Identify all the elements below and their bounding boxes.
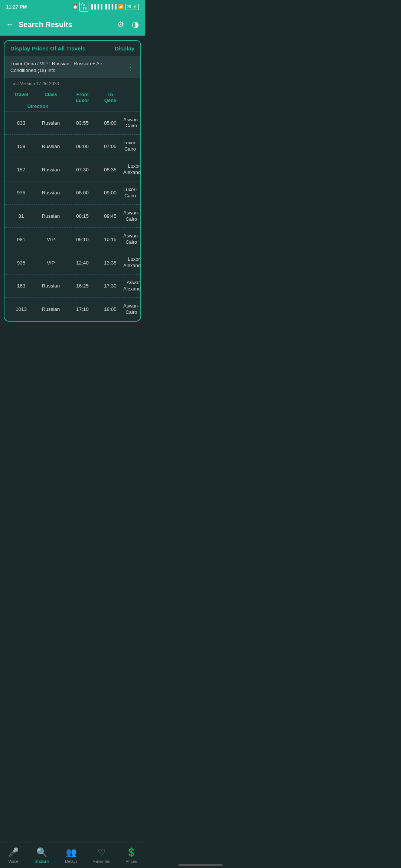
- route-text: Luxor-Qena / VIP - Russian - Russian + A…: [10, 60, 124, 74]
- cell-to: 09:00: [97, 190, 123, 195]
- table-row[interactable]: 981 VIP 09:10 10:15 Aswan-Cairo ⋮: [4, 228, 140, 251]
- table-row[interactable]: 833 Russian 03:55 05:00 Aswan-Cairo ⋮: [4, 112, 140, 135]
- cell-class: Russian: [34, 213, 68, 219]
- cell-from: 09:10: [68, 237, 97, 242]
- status-icons: ⏰ YoLTE ▐▐▐▐ ▐▐▐▐ 📶 28 ⚡: [72, 2, 139, 11]
- status-bar: 11:27 PM ⏰ YoLTE ▐▐▐▐ ▐▐▐▐ 📶 28 ⚡: [0, 0, 145, 13]
- table-row[interactable]: 935 VIP 12:40 13:35 Luxor-Alexandria ⋮: [4, 251, 140, 274]
- header-class: Class: [34, 92, 68, 103]
- signal-icon2: ▐▐▐▐: [104, 4, 117, 9]
- row-menu-icon[interactable]: ⋮: [139, 213, 141, 219]
- cell-to: 08:35: [97, 167, 123, 172]
- cell-to: 10:15: [97, 237, 123, 242]
- cell-class: VIP: [34, 237, 68, 242]
- header-travel: Travel: [8, 92, 34, 103]
- row-menu-icon[interactable]: ⋮: [139, 306, 141, 312]
- cell-travel: 981: [8, 237, 34, 242]
- cell-from: 03:55: [68, 120, 97, 126]
- cell-class: Russian: [34, 167, 68, 172]
- battery-icon: 28 ⚡: [125, 4, 139, 10]
- row-menu-icon[interactable]: ⋮: [137, 190, 141, 196]
- table-body: 833 Russian 03:55 05:00 Aswan-Cairo ⋮ 15…: [4, 112, 140, 321]
- cell-to: 17:30: [97, 283, 123, 289]
- page-title: Search Results: [19, 20, 110, 29]
- header-direction: Direction: [8, 103, 68, 109]
- row-menu-icon[interactable]: ⋮: [139, 236, 141, 242]
- cell-direction: Aswan-Cairo: [123, 117, 139, 129]
- main-content: Display Prices Of All Travels Display Lu…: [0, 36, 145, 326]
- cell-class: Russian: [34, 283, 68, 289]
- cell-to: 07:05: [97, 144, 123, 149]
- cell-from: 17:10: [68, 306, 97, 312]
- theme-icon[interactable]: ◑: [132, 20, 139, 29]
- nav-bar: ← Search Results ⚙ ◑: [0, 13, 145, 36]
- cell-travel: 81: [8, 213, 34, 219]
- table-row[interactable]: 163 Russian 16:25 17:30 Aswan-Alexandria…: [4, 274, 140, 298]
- route-menu-icon[interactable]: ⋮: [124, 63, 134, 72]
- cell-class: Russian: [34, 144, 68, 149]
- lte-icon: YoLTE: [79, 2, 88, 11]
- row-menu-icon[interactable]: ⋮: [139, 120, 141, 126]
- cell-class: VIP: [34, 260, 68, 266]
- cell-travel: 833: [8, 120, 34, 126]
- table-row[interactable]: 159 Russian 06:00 07:05 Luxor-Cairo ⋮: [4, 135, 140, 158]
- settings-icon[interactable]: ⚙: [117, 20, 124, 29]
- results-card: Display Prices Of All Travels Display Lu…: [4, 40, 141, 322]
- cell-direction: Aswan-Cairo: [123, 210, 139, 223]
- header-from: From Luxor: [68, 92, 97, 103]
- table-row[interactable]: 975 Russian 08:00 09:00 Luxor-Cairo ⋮: [4, 181, 140, 205]
- cell-class: Russian: [34, 120, 68, 126]
- signal-icon1: ▐▐▐▐: [90, 4, 102, 9]
- cell-class: Russian: [34, 190, 68, 195]
- cell-travel: 163: [8, 283, 34, 289]
- wifi-icon: 📶: [118, 4, 124, 9]
- table-row[interactable]: 81 Russian 08:15 09:45 Aswan-Cairo ⋮: [4, 205, 140, 228]
- cell-travel: 1013: [8, 306, 34, 312]
- cell-travel: 935: [8, 260, 34, 266]
- display-prices-label: Display Prices Of All Travels: [10, 45, 85, 52]
- cell-direction: Luxor-Cairo: [123, 140, 137, 152]
- cell-to: 18:05: [97, 306, 123, 312]
- cell-to: 09:45: [97, 213, 123, 219]
- cell-to: 05:00: [97, 120, 123, 126]
- cell-direction: Luxor-Cairo: [123, 187, 137, 199]
- cell-direction: Luxor-Alexandria: [123, 256, 141, 269]
- display-prices-row: Display Prices Of All Travels Display: [4, 41, 140, 56]
- cell-direction: Aswan-Cairo: [123, 303, 139, 316]
- table-row[interactable]: 1013 Russian 17:10 18:05 Aswan-Cairo ⋮: [4, 298, 140, 321]
- cell-from: 08:00: [68, 190, 97, 195]
- header-to: To Qena: [97, 92, 123, 103]
- cell-direction: Aswan-Cairo: [123, 233, 139, 246]
- cell-travel: 159: [8, 144, 34, 149]
- cell-to: 13:35: [97, 260, 123, 266]
- table-header: Travel Class From Luxor To Qena Directio…: [4, 89, 140, 111]
- route-row: Luxor-Qena / VIP - Russian - Russian + A…: [4, 56, 140, 78]
- cell-from: 07:30: [68, 167, 97, 172]
- cell-from: 06:00: [68, 144, 97, 149]
- display-button[interactable]: Display: [115, 45, 134, 52]
- cell-from: 12:40: [68, 260, 97, 266]
- cell-from: 08:15: [68, 213, 97, 219]
- last-version: Last Version 17-06-2023: [4, 78, 140, 89]
- cell-travel: 157: [8, 167, 34, 172]
- table-row[interactable]: 157 Russian 07:30 08:35 Luxor-Alexandria…: [4, 158, 140, 181]
- status-time: 11:27 PM: [6, 4, 27, 10]
- cell-class: Russian: [34, 306, 68, 312]
- cell-from: 16:25: [68, 283, 97, 289]
- cell-direction: Aswan-Alexandria: [123, 280, 141, 292]
- back-button[interactable]: ←: [6, 20, 14, 29]
- cell-travel: 975: [8, 190, 34, 195]
- cell-direction: Luxor-Alexandria: [123, 163, 141, 176]
- alarm-icon: ⏰: [72, 4, 78, 9]
- row-menu-icon[interactable]: ⋮: [137, 143, 141, 149]
